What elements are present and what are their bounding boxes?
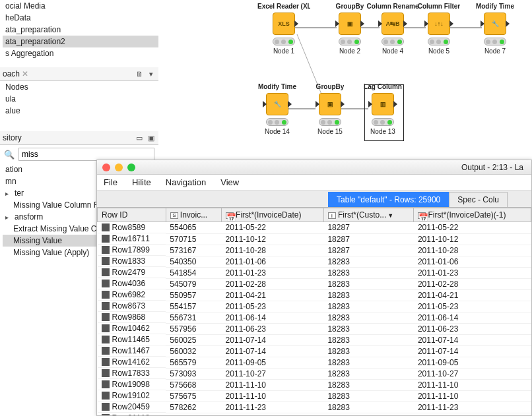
table-cell: 579672: [166, 413, 221, 415]
table-row[interactable]: Row178995731672011-10-28182872011-10-28: [98, 245, 531, 256]
table-cell: Row17833: [98, 368, 166, 379]
table-cell: 2011-07-14: [222, 334, 324, 345]
table-cell: 2011-10-28: [414, 245, 531, 256]
column-header[interactable]: SInvoic...: [166, 208, 221, 222]
repo-section-header: sitory ▭ ▣: [0, 131, 158, 145]
calendar-icon: 📅: [418, 212, 426, 219]
row-marker-icon: [102, 223, 110, 231]
tab-spec[interactable]: Spec - Colu: [449, 192, 508, 207]
table-cell: 2011-10-12: [222, 233, 324, 245]
workflow-node[interactable]: Column RenameA↹BNode 4: [366, 3, 419, 55]
menu-navigation[interactable]: Navigation: [166, 177, 206, 187]
table-cell: 2011-06-23: [222, 323, 324, 334]
node-id: Node 15: [304, 128, 356, 135]
node-box[interactable]: ▣: [339, 13, 361, 35]
search-input[interactable]: [18, 148, 154, 161]
table-row[interactable]: Row191025756752011-11-10182832011-11-10: [98, 390, 531, 401]
table-cell: 2011-11-30: [222, 413, 324, 415]
table-row[interactable]: Row18335403502011-01-06182832011-01-06: [98, 256, 531, 267]
workflow-node[interactable]: GroupBy▣Node 15: [304, 83, 356, 135]
tab-table[interactable]: Table "default" - Rows: 25900: [328, 192, 449, 207]
menubar: File Hilite Navigation View: [97, 175, 531, 191]
restore-icon[interactable]: ▣: [147, 133, 156, 142]
table-row[interactable]: Row40365450792011-02-28182832011-02-28: [98, 278, 531, 289]
column-header[interactable]: Row ID: [98, 208, 166, 222]
tree-item-label: Missing Value Column Filt: [13, 200, 104, 210]
traffic-light: [484, 38, 506, 45]
table-cell: Row2479: [98, 267, 166, 278]
data-table-wrap[interactable]: Row IDSInvoic...📅First*(InvoiceDate)IFir…: [97, 208, 531, 415]
zoom-icon[interactable]: [127, 163, 135, 171]
table-row[interactable]: Row69825509572011-04-21182832011-04-21: [98, 289, 531, 301]
tree-item[interactable]: ula: [3, 93, 158, 105]
table-cell: 2011-10-27: [222, 368, 324, 379]
column-header[interactable]: 📅First*(InvoiceDate): [222, 208, 324, 222]
table-cell: 2011-11-23: [222, 401, 324, 413]
table-row[interactable]: Row98685567312011-06-14182832011-06-14: [98, 312, 531, 323]
tree-item-label: ter: [15, 189, 24, 198]
table-row[interactable]: Row190985756682011-11-10182832011-11-10: [98, 379, 531, 390]
tree-item[interactable]: alue: [3, 105, 158, 117]
node-box[interactable]: ▣: [319, 93, 341, 115]
table-cell: 18283: [323, 256, 413, 267]
workflow-node[interactable]: Excel Reader (XLS)XLSNode 1: [257, 3, 310, 55]
node-id: Node 4: [366, 47, 419, 55]
table-row[interactable]: Row24795418542011-01-23182832011-01-23: [98, 267, 531, 278]
titlebar[interactable]: Output - 2:13 - La: [97, 160, 531, 175]
column-header[interactable]: 📅First*(InvoiceDate)(-1): [414, 208, 531, 222]
node-box[interactable]: ↓↑↓: [428, 13, 450, 35]
node-box[interactable]: 🔧: [484, 13, 506, 35]
table-cell: 2011-06-14: [414, 312, 531, 323]
workflow-canvas[interactable]: Excel Reader (XLS)XLSNode 1GroupBy▣Node …: [158, 0, 532, 160]
table-row[interactable]: Row86735541572011-05-23182832011-05-23: [98, 301, 531, 312]
table-row[interactable]: Row211185796722011-11-30182832011-11-30: [98, 413, 531, 415]
table-cell: 2011-04-21: [222, 289, 324, 301]
tree-item[interactable]: heData: [3, 12, 158, 24]
table-row[interactable]: Row114655600252011-07-14182832011-07-14: [98, 334, 531, 345]
table-cell: 575668: [166, 379, 221, 390]
table-row[interactable]: Row141625655792011-09-05182832011-09-05: [98, 357, 531, 368]
minimize-icon[interactable]: [115, 163, 123, 171]
tree-item[interactable]: Nodes: [3, 81, 158, 93]
table-cell: Row19098: [98, 379, 166, 390]
table-row[interactable]: Row178335730932011-10-27182832011-10-27: [98, 368, 531, 379]
menu-hilite[interactable]: Hilite: [132, 177, 151, 187]
string-type-icon: S: [170, 212, 178, 219]
workflow-node[interactable]: Column Filter↓↑↓Node 5: [413, 3, 465, 55]
output-window: Output - 2:13 - La File Hilite Navigatio…: [96, 160, 532, 416]
row-marker-icon: [102, 336, 110, 343]
minimize-icon[interactable]: ▭: [135, 133, 144, 142]
dropdown-icon[interactable]: ▾: [147, 69, 156, 78]
workflow-node[interactable]: Modify Time🔧Node 7: [469, 3, 521, 55]
tree-item[interactable]: ocial Media: [3, 0, 158, 12]
workflow-node[interactable]: Modify Time🔧Node 14: [251, 83, 304, 135]
table-row[interactable]: Row104625579562011-06-23182832011-06-23: [98, 323, 531, 334]
column-header[interactable]: IFirst*(Custo...▼: [323, 208, 413, 222]
table-row[interactable]: Row85895540652011-05-22182872011-05-22: [98, 222, 531, 234]
table-cell: 18283: [323, 334, 413, 345]
tree-item[interactable]: s Aggregation: [3, 47, 158, 59]
menu-view[interactable]: View: [220, 177, 239, 187]
node-box[interactable]: 🔧: [266, 93, 288, 115]
node-box[interactable]: A↹B: [382, 13, 404, 35]
tree-item-label: ocial Media: [5, 1, 46, 11]
node-box[interactable]: XLS: [273, 13, 295, 35]
table-row[interactable]: Row114675600322011-07-14182832011-07-14: [98, 345, 531, 357]
table-cell: 560032: [166, 345, 221, 357]
close-icon[interactable]: [102, 163, 110, 171]
coach-title: oach: [3, 69, 20, 78]
node-title: Column Rename: [366, 3, 419, 10]
table-row[interactable]: Row204595782622011-11-23182832011-11-23: [98, 401, 531, 413]
tree-item-label: ansform: [15, 212, 43, 222]
table-cell: 2011-10-28: [222, 245, 324, 256]
table-cell: 557956: [166, 323, 221, 334]
menu-file[interactable]: File: [104, 177, 117, 187]
traffic-light: [266, 118, 288, 126]
table-cell: 2011-11-10: [414, 390, 531, 401]
table-row[interactable]: Row167115707152011-10-12182872011-10-12: [98, 233, 531, 245]
tree-item[interactable]: ata_preparation2: [3, 36, 158, 47]
tree-item[interactable]: ata_preparation: [3, 24, 158, 36]
new-doc-icon[interactable]: 🗎: [135, 69, 144, 78]
table-cell: Row17899: [98, 245, 166, 256]
tree-item-label: ata_preparation2: [5, 37, 65, 46]
